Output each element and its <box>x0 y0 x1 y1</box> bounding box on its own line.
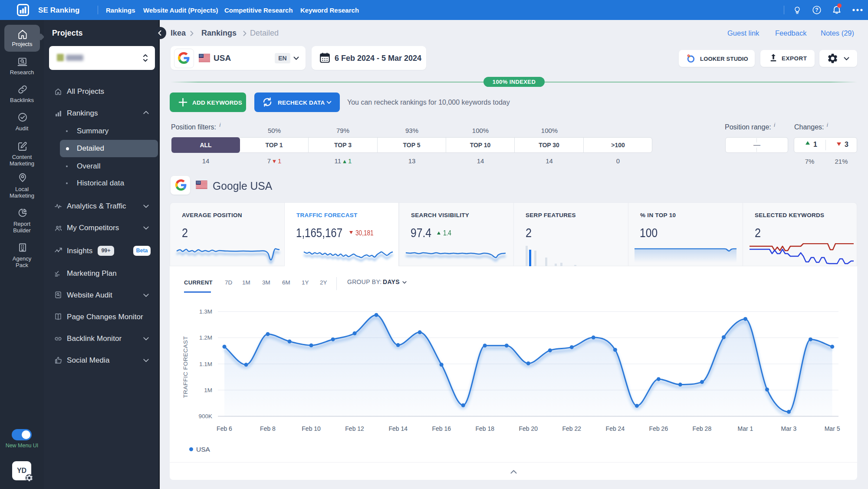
svg-text:Feb 8: Feb 8 <box>260 425 276 432</box>
svg-text:Mar 3: Mar 3 <box>781 425 797 432</box>
svg-text:Feb 22: Feb 22 <box>562 425 582 432</box>
svg-text:Feb 28: Feb 28 <box>693 425 712 432</box>
svg-text:Feb 14: Feb 14 <box>388 425 408 432</box>
svg-text:?: ? <box>815 7 818 13</box>
svg-text:Feb 20: Feb 20 <box>519 425 538 432</box>
svg-text:Feb 24: Feb 24 <box>606 425 625 432</box>
svg-text:Feb 12: Feb 12 <box>345 425 364 432</box>
svg-text:Mar 5: Mar 5 <box>825 425 840 432</box>
svg-text:TRAFFIC FORECAST: TRAFFIC FORECAST <box>182 336 189 398</box>
svg-text:1.3M: 1.3M <box>199 308 212 315</box>
svg-text:Mar 1: Mar 1 <box>738 425 753 432</box>
svg-text:900K: 900K <box>198 413 212 420</box>
svg-text:Feb 6: Feb 6 <box>217 425 232 432</box>
svg-text:1.1M: 1.1M <box>199 361 212 367</box>
svg-text:1M: 1M <box>204 387 212 393</box>
svg-text:Feb 16: Feb 16 <box>432 425 451 432</box>
svg-text:Feb 18: Feb 18 <box>475 425 494 432</box>
svg-text:1.2M: 1.2M <box>199 334 212 341</box>
svg-text:Feb 26: Feb 26 <box>649 425 668 432</box>
svg-text:Feb 10: Feb 10 <box>302 425 321 432</box>
